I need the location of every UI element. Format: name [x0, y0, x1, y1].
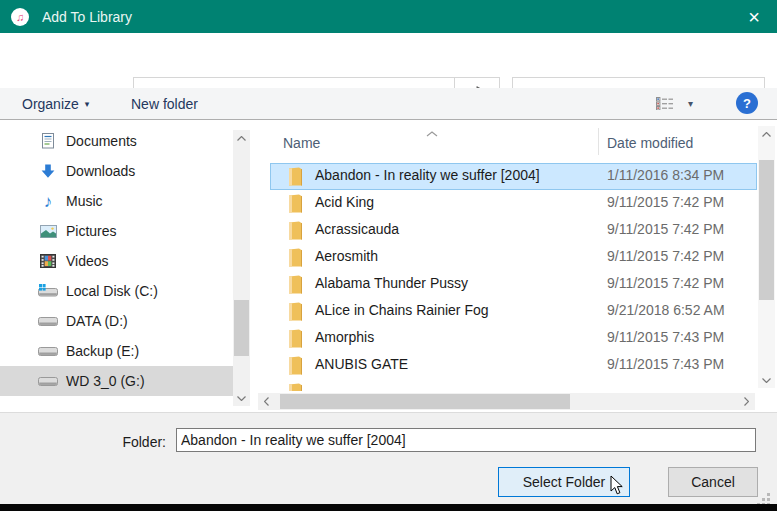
file-row[interactable]: Acid King 9/11/2015 7:42 PM — [270, 190, 757, 217]
view-options-dropdown[interactable]: ▾ — [688, 88, 693, 119]
title-bar: ♫ Add To Library × — [0, 0, 777, 33]
file-row[interactable]: Acrassicauda 9/11/2015 7:42 PM — [270, 217, 757, 244]
folder-icon — [288, 356, 303, 378]
column-header-date-modified[interactable]: Date modified — [607, 135, 693, 151]
sidebar-scrollbar[interactable] — [233, 130, 250, 406]
folder-icon — [288, 194, 303, 216]
scroll-down-arrow-icon[interactable] — [758, 372, 775, 388]
new-folder-button[interactable]: New folder — [131, 88, 198, 119]
app-music-icon: ♫ — [11, 8, 29, 26]
folder-name-input[interactable] — [176, 428, 756, 452]
sidebar-item-local-disk-c[interactable]: Local Disk (C:) — [0, 276, 233, 306]
navigation-sidebar: Documents Downloads ♪ Music Pictures — [0, 126, 233, 396]
sidebar-item-downloads[interactable]: Downloads — [0, 156, 233, 186]
sidebar-item-data-d[interactable]: DATA (D:) — [0, 306, 233, 336]
file-row[interactable]: Aerosmith 9/11/2015 7:42 PM — [270, 244, 757, 271]
organize-button[interactable]: Organize ▾ — [22, 88, 89, 119]
file-list-scrollbar[interactable] — [758, 126, 775, 388]
picture-icon — [38, 225, 58, 238]
drive-icon — [38, 375, 58, 388]
change-view-button[interactable] — [656, 88, 674, 119]
document-icon — [38, 133, 58, 149]
command-toolbar: Organize ▾ New folder ▾ — [0, 88, 777, 120]
file-rows: Abandon - In reality we suffer [2004] 1/… — [258, 163, 777, 391]
chevron-down-icon: ▾ — [688, 98, 693, 109]
file-row-selected[interactable]: Abandon - In reality we suffer [2004] 1/… — [270, 163, 757, 190]
folder-icon — [288, 248, 303, 270]
navigation-row: ← → ↑ « Music › MP3 › — [0, 33, 777, 88]
add-to-library-dialog: ♫ Add To Library × ← → ↑ « Music › MP3 › — [0, 0, 777, 511]
file-row[interactable]: Alabama Thunder Pussy 9/11/2015 7:42 PM — [270, 271, 757, 298]
folder-icon — [288, 329, 303, 351]
sidebar-item-backup-e[interactable]: Backup (E:) — [0, 336, 233, 366]
file-row-partial[interactable] — [270, 379, 757, 391]
film-strip-icon — [38, 254, 58, 268]
scroll-left-arrow-icon[interactable] — [258, 393, 275, 410]
column-separator[interactable] — [598, 128, 599, 155]
download-arrow-icon — [38, 164, 58, 179]
scrollbar-thumb[interactable] — [234, 300, 249, 356]
sidebar-item-pictures[interactable]: Pictures — [0, 216, 233, 246]
list-header: Name Date modified — [258, 122, 758, 160]
scroll-down-arrow-icon[interactable] — [233, 390, 250, 406]
details-view-icon — [656, 97, 674, 110]
help-button[interactable]: ? — [736, 92, 758, 114]
question-mark-icon: ? — [743, 96, 751, 111]
scroll-right-arrow-icon[interactable] — [738, 393, 755, 410]
scrollbar-thumb[interactable] — [759, 160, 774, 300]
file-row[interactable]: ALice in Chains Rainier Fog 9/21/2018 6:… — [270, 298, 757, 325]
sort-ascending-icon — [426, 124, 438, 140]
window-title: Add To Library — [42, 9, 132, 25]
folder-icon — [288, 167, 303, 189]
sidebar-item-videos[interactable]: Videos — [0, 246, 233, 276]
drive-icon — [38, 345, 58, 358]
windows-drive-icon — [38, 284, 58, 298]
file-list-pane: Name Date modified Abandon - In reality … — [258, 122, 777, 412]
mouse-cursor-icon — [610, 475, 624, 499]
folder-icon — [288, 383, 303, 391]
folder-icon — [288, 302, 303, 324]
folder-field-label: Folder: — [104, 434, 166, 450]
scroll-up-arrow-icon[interactable] — [758, 126, 775, 142]
drive-icon — [38, 315, 58, 328]
scrollbar-thumb[interactable] — [280, 394, 570, 409]
folder-icon — [288, 221, 303, 243]
sidebar-item-documents[interactable]: Documents — [0, 126, 233, 156]
file-row[interactable]: Amorphis 9/11/2015 7:43 PM — [270, 325, 757, 352]
cancel-button[interactable]: Cancel — [668, 467, 758, 497]
column-header-name[interactable]: Name — [283, 135, 320, 151]
scroll-up-arrow-icon[interactable] — [233, 130, 250, 146]
sidebar-item-music[interactable]: ♪ Music — [0, 186, 233, 216]
close-button[interactable]: × — [731, 0, 777, 33]
file-list-horizontal-scrollbar[interactable] — [258, 393, 755, 410]
sidebar-item-wd-3-0-g[interactable]: WD 3_0 (G:) — [0, 366, 233, 396]
chevron-down-icon: ▾ — [85, 99, 90, 109]
close-icon: × — [748, 7, 760, 27]
file-row[interactable]: ANUBIS GATE 9/11/2015 7:43 PM — [270, 352, 757, 379]
dialog-footer: Folder: Select Folder Cancel — [0, 412, 777, 504]
music-note-icon: ♪ — [38, 193, 58, 210]
bottom-edge-strip — [0, 504, 777, 511]
folder-icon — [288, 275, 303, 297]
